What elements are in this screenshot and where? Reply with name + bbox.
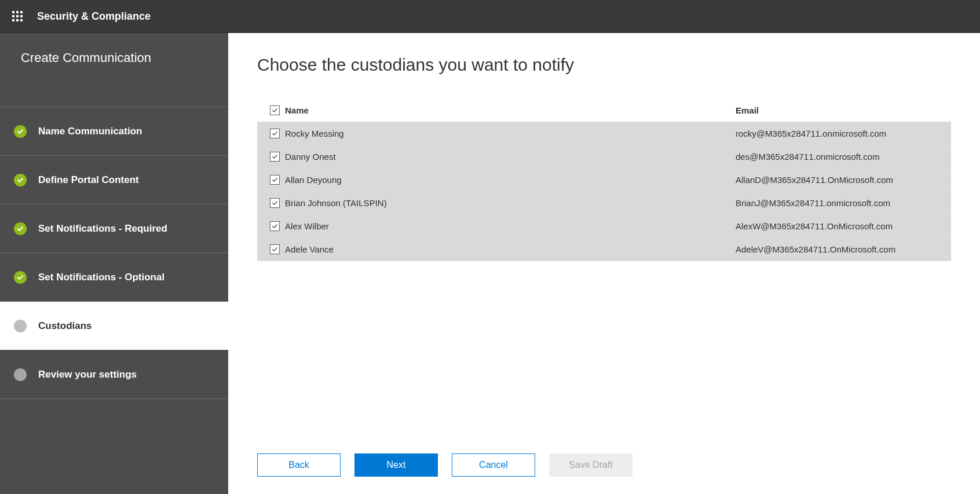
custodian-table: Name Email Rocky Messingrocky@M365x28471… [257,99,951,261]
step-label: Custodians [38,320,92,332]
row-email: BrianJ@M365x284711.onmicrosoft.com [736,198,944,208]
save-draft-button: Save Draft [549,453,632,477]
svg-rect-4 [16,15,19,17]
waffle-icon [12,11,23,21]
row-checkbox[interactable] [270,129,280,138]
back-button[interactable]: Back [257,453,341,477]
step-custodians[interactable]: Custodians [0,302,228,350]
app-launcher-icon[interactable] [5,3,30,29]
row-email: AdeleV@M365x284711.OnMicrosoft.com [736,244,944,254]
check-circle-icon [14,174,27,186]
table-header-row: Name Email [257,99,951,122]
col-header-email[interactable]: Email [736,105,944,115]
row-name: Adele Vance [285,244,736,254]
row-checkbox[interactable] [270,221,280,231]
page-heading: Choose the custodians you want to notify [257,55,951,75]
sidebar-heading: Create Communication [0,33,228,107]
check-circle-icon [14,125,27,138]
row-name: Alex Wilber [285,221,736,231]
col-header-name[interactable]: Name [285,105,736,115]
table-row[interactable]: Brian Johnson (TAILSPIN)BrianJ@M365x2847… [257,192,951,215]
step-set-notifications-required[interactable]: Set Notifications - Required [0,204,228,253]
step-dot-icon [14,368,27,381]
row-checkbox[interactable] [270,198,280,208]
check-circle-icon [14,271,27,284]
next-button[interactable]: Next [354,453,438,477]
svg-rect-7 [16,19,19,21]
step-label: Name Communication [38,126,142,137]
row-checkbox[interactable] [270,244,280,254]
row-email: AlexW@M365x284711.OnMicrosoft.com [736,221,944,231]
svg-rect-1 [16,11,19,13]
wizard-footer: Back Next Cancel Save Draft [257,442,951,494]
table-row[interactable]: Allan DeyoungAllanD@M365x284711.OnMicros… [257,169,951,192]
wizard-sidebar: Create Communication Name Communication … [0,33,228,494]
step-dot-icon [14,320,27,332]
svg-rect-5 [20,15,23,17]
table-row[interactable]: Danny Onestdes@M365x284711.onmicrosoft.c… [257,145,951,169]
main-content: Choose the custodians you want to notify… [228,33,980,494]
select-all-checkbox[interactable] [270,105,280,115]
svg-rect-3 [12,15,14,17]
row-name: Danny Onest [285,152,736,162]
table-row[interactable]: Adele VanceAdeleV@M365x284711.OnMicrosof… [257,238,951,261]
svg-rect-0 [12,11,14,13]
row-checkbox[interactable] [270,152,280,162]
row-name: Allan Deyoung [285,175,736,185]
row-checkbox[interactable] [270,175,280,185]
app-header: Security & Compliance [0,0,980,33]
step-set-notifications-optional[interactable]: Set Notifications - Optional [0,253,228,302]
app-title: Security & Compliance [37,10,151,23]
table-row[interactable]: Rocky Messingrocky@M365x284711.onmicroso… [257,122,951,145]
cancel-button[interactable]: Cancel [452,453,535,477]
step-label: Set Notifications - Required [38,223,167,235]
row-email: des@M365x284711.onmicrosoft.com [736,152,944,162]
step-review-settings[interactable]: Review your settings [0,350,228,399]
table-row[interactable]: Alex WilberAlexW@M365x284711.OnMicrosoft… [257,215,951,238]
step-label: Set Notifications - Optional [38,272,164,283]
step-name-communication[interactable]: Name Communication [0,107,228,156]
check-circle-icon [14,222,27,235]
row-name: Rocky Messing [285,129,736,138]
step-label: Review your settings [38,369,137,380]
svg-rect-8 [20,19,23,21]
svg-rect-6 [12,19,14,21]
row-email: AllanD@M365x284711.OnMicrosoft.com [736,175,944,185]
step-define-portal-content[interactable]: Define Portal Content [0,156,228,204]
step-label: Define Portal Content [38,174,139,186]
row-email: rocky@M365x284711.onmicrosoft.com [736,129,944,138]
row-name: Brian Johnson (TAILSPIN) [285,198,736,208]
svg-rect-2 [20,11,23,13]
